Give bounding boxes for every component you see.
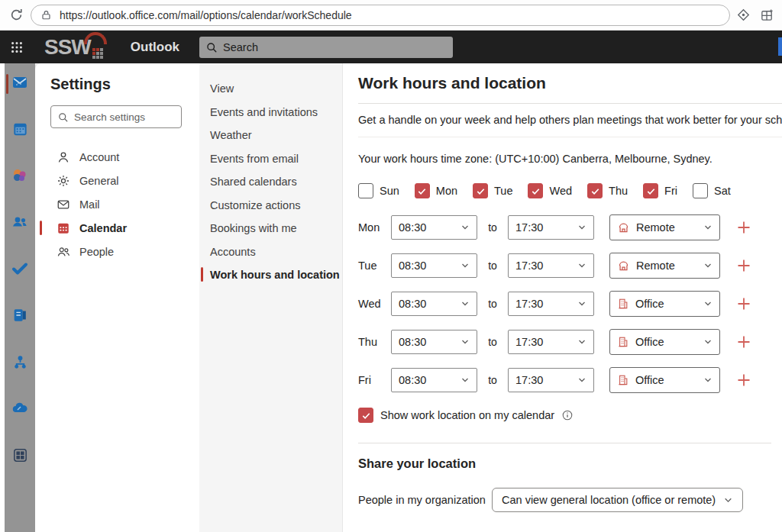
chevron-down-icon [460,261,470,270]
settings-nav-calendar[interactable]: Calendar [50,216,199,240]
dropdown-value: 17:30 [515,374,543,386]
location-dropdown[interactable]: Remote [609,253,720,279]
location-dropdown[interactable]: Office [609,291,720,317]
show-work-location-toggle[interactable]: Show work location on my calendar [358,408,782,423]
rail-onedrive-button[interactable] [10,398,30,418]
plus-icon [736,334,751,350]
plus-icon [736,296,751,311]
cloud-icon [11,399,29,418]
add-time-slot-button[interactable] [735,372,752,389]
mail-icon [57,198,70,211]
info-icon[interactable] [561,409,574,421]
day-label: Fri [664,185,677,197]
dropdown-value: 08:30 [399,374,426,386]
cropped-header-element [778,37,782,56]
rail-todo-button[interactable] [10,259,30,279]
start-time-dropdown[interactable]: 08:30 [391,368,477,392]
permission-dropdown[interactable]: Can view general location (office or rem… [492,488,743,512]
timezone-text: Your work hours time zone: (UTC+10:00) C… [358,153,782,165]
rail-mail-button[interactable] [10,73,30,92]
settings-nav-general[interactable]: General [50,169,199,192]
start-time-dropdown[interactable]: 08:30 [391,215,477,240]
plus-icon [736,220,751,235]
dropdown-value: 17:30 [515,260,543,272]
chevron-down-icon [703,261,713,270]
end-time-dropdown[interactable]: 17:30 [508,292,594,316]
checkbox-unchecked [693,183,708,198]
menu-item-work-hours-location[interactable]: Work hours and location [208,263,342,287]
to-label: to [477,221,508,234]
ssw-logo-text: SSW [44,34,91,60]
product-name: Outlook [131,40,179,55]
ssw-logo[interactable]: SSW [44,34,103,60]
start-time-dropdown[interactable]: 08:30 [391,330,477,354]
add-time-slot-button[interactable] [735,295,752,312]
show-work-location-label: Show work location on my calendar [380,409,554,421]
add-time-slot-button[interactable] [735,334,752,350]
checkbox-checked [415,183,430,198]
chevron-down-icon [577,337,586,347]
day-checkbox-thu[interactable]: Thu [587,183,628,198]
day-checkbox-mon[interactable]: Mon [415,183,457,198]
menu-item-view[interactable]: View [208,77,342,101]
location-dropdown[interactable]: Office [609,367,720,393]
reload-button[interactable] [6,5,26,25]
add-time-slot-button[interactable] [735,219,752,236]
menu-item-customize-actions[interactable]: Customize actions [208,194,342,218]
rail-people-button[interactable] [10,212,30,232]
menu-item-bookings-with-me[interactable]: Bookings with me [208,217,342,240]
check-icon [646,186,656,196]
end-time-dropdown[interactable]: 17:30 [508,330,594,354]
settings-nav-mail[interactable]: Mail [50,192,199,216]
row-day-label: Tue [358,260,391,272]
menu-item-accounts[interactable]: Accounts [208,240,342,264]
menu-item-events-invitations[interactable]: Events and invitations [208,101,342,124]
start-time-dropdown[interactable]: 08:30 [391,292,477,316]
day-checkbox-sun[interactable]: Sun [358,183,399,198]
reload-icon [9,8,24,22]
day-label: Wed [549,185,572,197]
lock-icon [40,9,52,21]
chevron-down-icon [577,299,586,308]
start-time-dropdown[interactable]: 08:30 [391,253,477,278]
rail-more-apps-button[interactable] [10,445,30,465]
dropdown-value: Remote [636,260,675,272]
rail-calendar-button[interactable] [10,119,30,139]
settings-search-input[interactable]: Search settings [50,105,182,128]
menu-item-events-from-email[interactable]: Events from email [208,147,342,171]
rail-notebook-button[interactable] [10,305,30,325]
menu-item-weather[interactable]: Weather [208,124,342,147]
ssw-logo-pixels [92,48,103,59]
settings-nav-account[interactable]: Account [50,145,199,169]
people-icon [57,245,70,259]
rail-org-explorer-button[interactable] [10,352,30,372]
day-checkbox-tue[interactable]: Tue [473,183,512,198]
end-time-dropdown[interactable]: 17:30 [508,253,594,278]
calendar-icon [11,121,29,138]
row-day-label: Thu [358,336,391,348]
checkbox-checked [358,408,373,423]
app-launcher-button[interactable] [0,31,34,63]
settings-nav-label: Calendar [79,222,127,234]
settings-dialog: Settings Search settings Account General [35,63,782,532]
day-checkbox-fri[interactable]: Fri [643,183,677,198]
split-screen-icon[interactable] [760,8,774,22]
location-dropdown[interactable]: Office [609,329,720,355]
day-checkbox-wed[interactable]: Wed [528,183,572,198]
to-label: to [477,260,508,272]
schedule-row-wed: Wed 08:30 to 17:30 Office [358,292,782,316]
day-checkbox-sat[interactable]: Sat [693,183,731,198]
location-dropdown[interactable]: Remote [609,214,720,240]
schedule-list: Mon 08:30 to 17:30 Remote [358,215,782,392]
end-time-dropdown[interactable]: 17:30 [508,368,594,392]
global-search-input[interactable]: Search [199,37,453,58]
settings-nav-people[interactable]: People [50,240,199,263]
audience-label: People in my organization [358,494,492,506]
menu-item-shared-calendars[interactable]: Shared calendars [208,170,342,194]
address-bar[interactable]: https://outlook.office.com/mail/options/… [31,5,730,26]
settings-nav-label: General [79,175,119,187]
tracking-prevention-icon[interactable] [736,8,751,22]
rail-groups-button[interactable] [10,166,30,185]
end-time-dropdown[interactable]: 17:30 [508,215,594,240]
add-time-slot-button[interactable] [735,257,752,274]
